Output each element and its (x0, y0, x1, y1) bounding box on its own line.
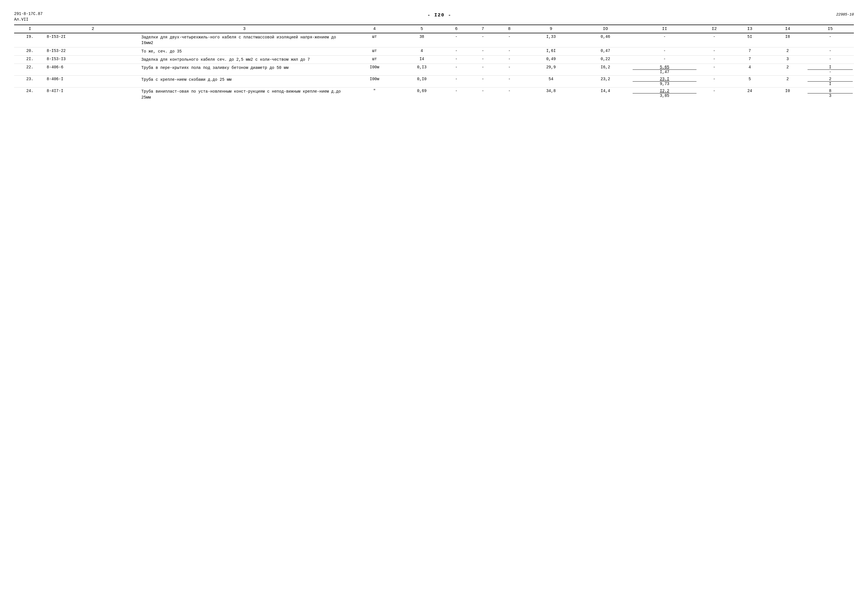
col-header-12: I2 (698, 25, 731, 33)
table-cell: - (470, 76, 496, 88)
table-cell: 7 (731, 56, 769, 64)
col-header-10: IO (579, 25, 631, 33)
table-cell: - (443, 88, 470, 102)
table-cell: I9. (14, 33, 46, 47)
col-header-9: 9 (523, 25, 579, 33)
table-cell: 29,9 (523, 64, 579, 76)
table-cell: 23. (14, 76, 46, 88)
table-cell: I4 (400, 56, 443, 64)
col-header-1: I (14, 25, 46, 33)
table-cell: - (698, 56, 731, 64)
page-header: 291-8-17С.87 Ал.VII - I20 - 22985-10 (14, 11, 854, 22)
col-header-11: II (631, 25, 698, 33)
header-doc-number: 22985-10 (836, 12, 854, 17)
table-cell: шт (348, 47, 400, 55)
table-cell: 0,I0 (400, 76, 443, 88)
table-cell: - (443, 47, 470, 55)
col-header-7: 7 (470, 25, 496, 33)
table-cell: 5,65I,47 (631, 64, 698, 76)
table-cell: - (443, 33, 470, 47)
table-cell-description: Заделка для контрольного кабеля сеч. до … (140, 56, 348, 64)
table-cell: - (698, 88, 731, 102)
table-cell: 4 (400, 47, 443, 55)
table-cell-description: Труба в пере-крытиях пола под заливку бе… (140, 64, 348, 76)
table-cell: шт (348, 56, 400, 64)
table-cell: - (698, 76, 731, 88)
table-cell: - (496, 88, 523, 102)
main-table: I 2 3 4 5 6 7 8 9 IO II I2 I3 I4 I5 I9.8… (14, 24, 854, 102)
table-cell: 4 (731, 64, 769, 76)
table-cell: - (631, 47, 698, 55)
table-cell: 8-I53-2I (46, 33, 140, 47)
table-cell: I2,23,85 (631, 88, 698, 102)
table-row: 22.8-406-6Труба в пере-крытиях пола под … (14, 64, 854, 76)
table-cell: 83 (806, 88, 854, 102)
header-page-number: - I20 - (427, 12, 451, 18)
table-row: 2I.8-I53-I3Заделка для контрольного кабе… (14, 56, 854, 64)
table-cell: 24 (731, 88, 769, 102)
col-header-15: I5 (806, 25, 854, 33)
table-cell: 34,8 (523, 88, 579, 102)
table-cell: 2 (769, 64, 806, 76)
table-cell: 23,2 (579, 76, 631, 88)
table-cell: - (496, 64, 523, 76)
table-header-row: I 2 3 4 5 6 7 8 9 IO II I2 I3 I4 I5 (14, 25, 854, 33)
table-cell: 8-I53-22 (46, 47, 140, 55)
table-cell: " (348, 88, 400, 102)
table-cell: I00м (348, 76, 400, 88)
table-cell-description: Заделки для двух-четырехжиль-ного кабеля… (140, 33, 348, 47)
table-cell: 0,22 (579, 56, 631, 64)
table-cell: 2I (806, 76, 854, 88)
table-cell-description: Труба винипласт-овая по уста-новленным к… (140, 88, 348, 102)
table-row: 24.8-4I7-IТруба винипласт-овая по уста-н… (14, 88, 854, 102)
table-row: 20.8-I53-22То же, сеч. до 35шт4---I,6I0,… (14, 47, 854, 55)
table-cell: 2I. (14, 56, 46, 64)
header-left: 291-8-17С.87 Ал.VII (14, 11, 43, 22)
table-cell: 2 (769, 76, 806, 88)
col-header-14: I4 (769, 25, 806, 33)
table-cell: 54 (523, 76, 579, 88)
table-cell: 5 (731, 76, 769, 88)
table-cell: 8-406-I (46, 76, 140, 88)
table-row: I9.8-I53-2IЗаделки для двух-четырехжиль-… (14, 33, 854, 47)
table-cell: - (698, 47, 731, 55)
table-cell: 24. (14, 88, 46, 102)
table-cell: - (470, 47, 496, 55)
table-cell: - (631, 33, 698, 47)
table-cell: 22. (14, 64, 46, 76)
table-cell: 38 (400, 33, 443, 47)
table-cell: - (806, 47, 854, 55)
table-cell: 0,I3 (400, 64, 443, 76)
table-row: 23.8-406-IТруба с крепле-нием скобами д.… (14, 76, 854, 88)
table-cell: I4,4 (579, 88, 631, 102)
table-cell: - (806, 56, 854, 64)
table-cell: - (443, 64, 470, 76)
table-cell: - (470, 64, 496, 76)
table-cell: I6,2 (579, 64, 631, 76)
table-cell: - (496, 33, 523, 47)
table-cell: - (496, 56, 523, 64)
table-cell: 20. (14, 47, 46, 55)
col-header-3: 3 (140, 25, 348, 33)
table-cell: 2 (769, 47, 806, 55)
table-cell: I0 (769, 88, 806, 102)
col-header-5: 5 (400, 25, 443, 33)
table-cell: 8-I53-I3 (46, 56, 140, 64)
col-header-6: 6 (443, 25, 470, 33)
table-cell: - (443, 56, 470, 64)
table-cell: I- (806, 64, 854, 76)
table-cell: - (470, 33, 496, 47)
table-cell: - (470, 56, 496, 64)
col-header-4: 4 (348, 25, 400, 33)
table-cell: шт (348, 33, 400, 47)
table-cell: 8-4I7-I (46, 88, 140, 102)
table-cell-description: То же, сеч. до 35 (140, 47, 348, 55)
col-header-2: 2 (46, 25, 140, 33)
table-cell: - (631, 56, 698, 64)
col-header-8: 8 (496, 25, 523, 33)
header-code-line1: 291-8-17С.87 (14, 11, 43, 17)
table-cell: I00м (348, 64, 400, 76)
table-cell: I,6I (523, 47, 579, 55)
table-cell: - (496, 76, 523, 88)
table-cell: - (470, 88, 496, 102)
